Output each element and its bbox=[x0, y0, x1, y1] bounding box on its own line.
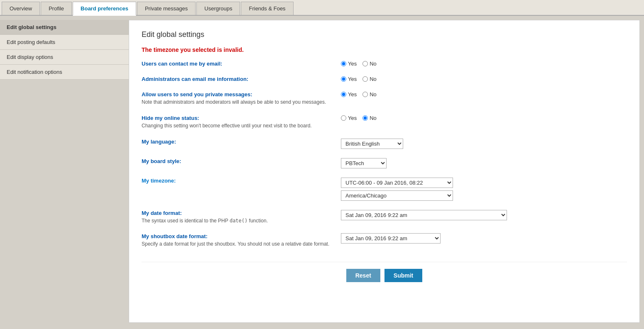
radio-input-pm-yes[interactable] bbox=[341, 92, 346, 97]
select-shoutbox-date-format[interactable]: Sat Jan 09, 2016 9:22 am 09 Jan 2016, 09… bbox=[341, 233, 441, 244]
tab-usergroups[interactable]: Usergroups bbox=[196, 2, 240, 15]
content-area: Edit global settings The timezone you se… bbox=[129, 20, 640, 323]
radio-input-users-contact-yes[interactable] bbox=[341, 61, 346, 66]
tab-private-messages[interactable]: Private messages bbox=[137, 2, 196, 15]
radio-admins-email-yes[interactable]: Yes bbox=[341, 76, 357, 82]
label-users-contact-email: Users can contact me by email: bbox=[142, 61, 222, 67]
error-message: The timezone you selected is invalid. bbox=[142, 46, 627, 53]
radio-allow-pm-no[interactable]: No bbox=[362, 91, 377, 97]
radio-users-contact-email-yes[interactable]: Yes bbox=[341, 61, 357, 67]
field-hide-online-status: Hide my online status: Changing this set… bbox=[142, 115, 627, 131]
page-title: Edit global settings bbox=[142, 30, 627, 39]
tab-overview[interactable]: Overview bbox=[2, 2, 40, 15]
radio-input-pm-no[interactable] bbox=[362, 92, 368, 97]
field-date-format: My date format: The syntax used is ident… bbox=[142, 210, 627, 226]
sidebar-item-edit-notification-options[interactable]: Edit notification options bbox=[0, 65, 129, 80]
field-admins-email: Administrators can email me information:… bbox=[142, 76, 627, 84]
label-allow-pm: Allow users to send you private messages… bbox=[142, 91, 252, 97]
main-layout: Edit global settings Edit posting defaul… bbox=[0, 16, 644, 327]
tab-board-preferences[interactable]: Board preferences bbox=[73, 2, 136, 16]
tab-friends-foes[interactable]: Friends & Foes bbox=[241, 2, 293, 15]
label-shoutbox-date-format: My shoutbox date format: bbox=[142, 233, 208, 239]
radio-users-contact-email: Yes No bbox=[341, 61, 380, 67]
radio-admins-email: Yes No bbox=[341, 76, 380, 82]
sidebar-item-edit-posting-defaults[interactable]: Edit posting defaults bbox=[0, 35, 129, 50]
radio-input-hide-yes[interactable] bbox=[341, 115, 346, 121]
radio-admins-email-no[interactable]: No bbox=[362, 76, 377, 82]
select-timezone-utc[interactable]: UTC-12:00 UTC-11:00 UTC-10:00 UTC-09:00 … bbox=[341, 178, 453, 188]
sub-date-format: The syntax used is identical to the PHP … bbox=[142, 217, 333, 224]
sub-allow-pm: Note that administrators and moderators … bbox=[142, 99, 333, 106]
tab-profile[interactable]: Profile bbox=[41, 2, 72, 15]
radio-hide-online-status-yes[interactable]: Yes bbox=[341, 115, 357, 121]
radio-hide-online-status-no[interactable]: No bbox=[362, 115, 377, 121]
field-allow-pm: Allow users to send you private messages… bbox=[142, 91, 627, 107]
radio-allow-pm: Yes No bbox=[341, 91, 380, 97]
field-users-contact-email: Users can contact me by email: Yes No bbox=[142, 61, 627, 68]
label-hide-online-status: Hide my online status: bbox=[142, 115, 199, 121]
label-board-style: My board style: bbox=[142, 158, 181, 164]
submit-button[interactable]: Submit bbox=[384, 269, 422, 282]
sidebar-item-edit-display-options[interactable]: Edit display options bbox=[0, 50, 129, 65]
radio-input-hide-no[interactable] bbox=[362, 115, 368, 121]
sidebar-item-edit-global-settings[interactable]: Edit global settings bbox=[0, 20, 129, 35]
field-shoutbox-date-format: My shoutbox date format: Specify a date … bbox=[142, 233, 627, 249]
radio-input-admins-yes[interactable] bbox=[341, 76, 346, 82]
label-date-format: My date format: bbox=[142, 210, 182, 216]
select-language[interactable]: British English American English German … bbox=[341, 139, 403, 149]
sub-hide-online-status: Changing this setting won't become effec… bbox=[142, 122, 333, 129]
radio-input-admins-no[interactable] bbox=[362, 76, 368, 82]
select-date-format[interactable]: Sat Jan 09, 2016 9:22 am 09 Jan 2016, 09… bbox=[341, 210, 507, 220]
timezone-selects: UTC-12:00 UTC-11:00 UTC-10:00 UTC-09:00 … bbox=[341, 178, 453, 201]
label-language: My language: bbox=[142, 139, 176, 145]
field-board-style: My board style: PBTech Default Classic bbox=[142, 158, 627, 170]
select-timezone-region[interactable]: America/Chicago America/New_York America… bbox=[341, 190, 453, 201]
field-language: My language: British English American En… bbox=[142, 139, 627, 151]
radio-allow-pm-yes[interactable]: Yes bbox=[341, 91, 357, 97]
radio-hide-online-status: Yes No bbox=[341, 115, 380, 121]
field-timezone: My timezone: UTC-12:00 UTC-11:00 UTC-10:… bbox=[142, 178, 627, 202]
button-row: Reset Submit bbox=[142, 262, 627, 282]
sub-shoutbox-date-format: Specify a date format for just the shout… bbox=[142, 241, 333, 248]
select-board-style[interactable]: PBTech Default Classic bbox=[341, 158, 387, 168]
sidebar: Edit global settings Edit posting defaul… bbox=[0, 16, 129, 327]
label-admins-email: Administrators can email me information: bbox=[142, 76, 248, 82]
radio-users-contact-email-no[interactable]: No bbox=[362, 61, 377, 67]
radio-input-users-contact-no[interactable] bbox=[362, 61, 368, 66]
tab-bar: Overview Profile Board preferences Priva… bbox=[0, 0, 644, 16]
label-timezone: My timezone: bbox=[142, 178, 176, 184]
reset-button[interactable]: Reset bbox=[346, 269, 380, 282]
